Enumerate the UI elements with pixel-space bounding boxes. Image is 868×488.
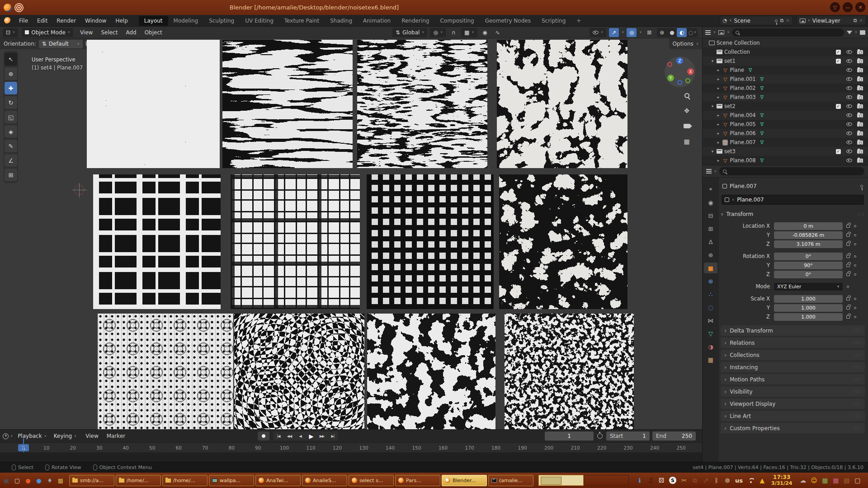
pin-icon[interactable] xyxy=(775,19,778,22)
value-slider[interactable]: -0.085826 m xyxy=(774,231,843,239)
render-camera-icon[interactable] xyxy=(857,113,863,117)
show-gizmo-toggle[interactable]: ↗ xyxy=(609,28,619,37)
pivot-point-dropdown[interactable]: ◎∨ xyxy=(430,28,446,37)
outliner-item-label[interactable]: Plane.007 xyxy=(730,139,755,145)
lock-icon[interactable] xyxy=(846,306,850,310)
menu-item[interactable]: File xyxy=(14,18,33,24)
pan-hand-icon[interactable]: ✥ xyxy=(682,106,692,116)
axis-y[interactable]: Y xyxy=(667,75,674,81)
dice-icon[interactable]: ⚄ xyxy=(658,477,665,483)
hide-eye-icon[interactable] xyxy=(846,59,852,63)
bluetooth-icon[interactable]: ᛒ xyxy=(713,477,720,483)
timeline-menu-item[interactable]: Marker xyxy=(103,433,129,439)
exclude-checkbox[interactable]: ✓ xyxy=(836,149,841,154)
outliner-editor-icon[interactable] xyxy=(705,30,711,35)
animate-dot-icon[interactable] xyxy=(854,316,856,318)
axis-x[interactable]: X xyxy=(687,68,694,75)
render-camera-icon[interactable] xyxy=(857,131,863,136)
tool-add-cube[interactable]: ⊞ xyxy=(5,169,17,181)
timeline-menu-item[interactable]: View xyxy=(81,433,102,439)
collapsed-panel-header[interactable]: › Delta Transform ∷∷ xyxy=(721,325,865,336)
snap-magnet-toggle[interactable]: ∩ xyxy=(448,28,458,37)
workspace-tab[interactable]: Geometry Nodes xyxy=(480,16,536,26)
show-desktop-icon[interactable]: ▢ xyxy=(854,477,861,483)
outliner-item-label[interactable]: Collection xyxy=(724,49,750,55)
keyboard-layout[interactable]: us xyxy=(735,478,743,483)
animate-dot-icon[interactable] xyxy=(854,225,856,227)
tool-move[interactable]: ✚ xyxy=(5,82,17,94)
outliner-row[interactable]: set1 ✓ xyxy=(703,56,868,66)
exclude-checkbox[interactable]: ✓ xyxy=(836,59,841,64)
collapsed-panel-header[interactable]: › Visibility ∷∷ xyxy=(721,386,865,397)
scene-tab[interactable]: ∆ xyxy=(704,236,717,247)
exclude-checkbox[interactable]: ✓ xyxy=(836,104,841,109)
launcher-browser[interactable]: ● xyxy=(24,476,33,485)
outliner-row[interactable]: ▽ Plane.001 ∇ xyxy=(703,75,868,84)
viewport-menu-item[interactable]: View xyxy=(76,29,97,36)
clipboard-icon[interactable]: ⧉ xyxy=(692,477,698,483)
expand-arrow-icon[interactable] xyxy=(710,104,715,108)
expand-arrow-icon[interactable] xyxy=(716,158,721,163)
animate-dot-icon[interactable] xyxy=(854,243,856,245)
value-slider[interactable]: 90° xyxy=(774,262,843,269)
expand-arrow-icon[interactable] xyxy=(716,77,721,81)
outliner-item-label[interactable]: set1 xyxy=(724,58,736,64)
texture-plane[interactable] xyxy=(499,174,627,309)
show-overlays-toggle[interactable]: ◎ xyxy=(627,28,637,37)
display-mode-icon[interactable] xyxy=(718,30,724,35)
editor-type-button[interactable]: ⊡∨ xyxy=(3,28,18,37)
menu-item[interactable]: Render xyxy=(52,18,80,24)
collapsed-panel-header[interactable]: › Collections ∷∷ xyxy=(721,350,865,360)
scissors-icon[interactable]: ✂ xyxy=(681,477,687,483)
prev-frame-button[interactable]: ◀ xyxy=(295,432,306,441)
texture-tab[interactable]: ▦ xyxy=(704,354,717,365)
modifiers-tab[interactable]: ⊛ xyxy=(704,276,717,286)
texture-plane[interactable] xyxy=(87,40,220,168)
world-tab[interactable]: ⊕ xyxy=(704,249,717,260)
properties-search-input[interactable] xyxy=(719,167,864,175)
taskbar-window-button[interactable]: /home/... xyxy=(116,475,161,486)
timeline-ruler[interactable]: 1 10203040506070809010011012013014015016… xyxy=(0,442,702,452)
outliner-item-label[interactable]: Plane.001 xyxy=(730,76,755,82)
texture-plane[interactable] xyxy=(505,314,634,429)
hide-eye-icon[interactable] xyxy=(846,77,852,81)
orientation-dropdown[interactable]: ⇅ Default∨ xyxy=(39,40,83,48)
texture-plane[interactable] xyxy=(93,174,221,309)
render-camera-icon[interactable] xyxy=(857,150,863,154)
texture-plane[interactable] xyxy=(357,40,487,168)
outliner-row[interactable]: ▽ Plane ∇ xyxy=(703,66,868,75)
taskbar-window-button[interactable]: AnaTwi... xyxy=(255,475,301,486)
render-camera-icon[interactable] xyxy=(857,86,863,90)
hide-eye-icon[interactable] xyxy=(846,86,852,90)
expand-arrow-icon[interactable] xyxy=(710,149,715,154)
taskbar-window-button[interactable]: (amalie... xyxy=(488,475,533,486)
lock-icon[interactable] xyxy=(846,273,850,276)
expand-arrow-icon[interactable] xyxy=(716,131,721,136)
updates-icon[interactable]: ▲ xyxy=(759,477,765,483)
outliner-row[interactable]: ▽ Plane.005 ∇ xyxy=(703,120,868,129)
texture-plane[interactable] xyxy=(367,314,495,429)
tool-tab[interactable]: ⌖ xyxy=(704,184,717,195)
proportional-editing-toggle[interactable]: ◉ xyxy=(480,28,490,37)
taskbar-window-button[interactable]: smb://a... xyxy=(69,475,114,486)
hide-eye-icon[interactable] xyxy=(846,159,852,162)
particles-tab[interactable]: ∴ xyxy=(704,289,717,300)
taskbar-window-button[interactable]: Pars... xyxy=(395,475,440,486)
filter-icon[interactable] xyxy=(847,31,852,34)
outliner-row[interactable]: ▽ Plane.006 ∇ xyxy=(703,129,868,138)
scene-selector[interactable]: ◔∨ Scene ⧉ ✕ xyxy=(720,16,793,25)
solid-shading-button[interactable]: ● xyxy=(667,28,677,37)
hide-eye-icon[interactable] xyxy=(846,95,852,99)
rotation-mode-dropdown[interactable]: XYZ Euler∨ xyxy=(774,283,843,291)
lock-icon[interactable] xyxy=(846,234,850,237)
frame-start-field[interactable]: Start1 xyxy=(606,432,650,441)
remove-layer-icon[interactable]: ✕ xyxy=(859,18,863,23)
visibility-dropdown[interactable]: ∨ xyxy=(590,28,606,37)
outliner-row[interactable]: set2 ✓ xyxy=(703,102,868,111)
value-slider[interactable]: 3.1076 m xyxy=(774,240,843,248)
next-keyframe-button[interactable]: ▶▶ xyxy=(316,432,327,441)
expand-arrow-icon[interactable] xyxy=(716,95,721,99)
maximize-button[interactable]: — xyxy=(843,2,853,12)
outliner-row[interactable]: Collection ✓ xyxy=(703,47,868,56)
outliner-row[interactable]: ▽ Plane.002 ∇ xyxy=(703,84,868,93)
